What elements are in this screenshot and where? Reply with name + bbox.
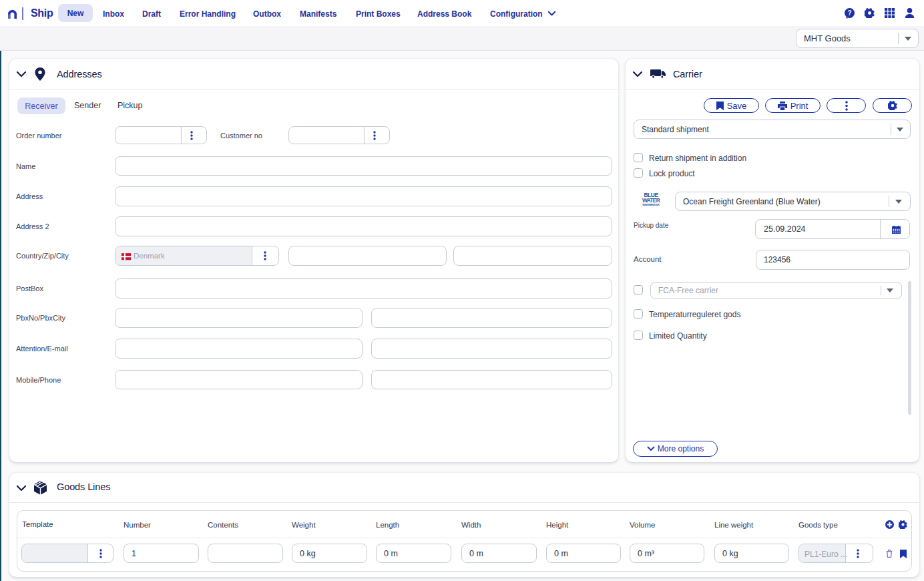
svg-text:?: ? (847, 9, 851, 17)
